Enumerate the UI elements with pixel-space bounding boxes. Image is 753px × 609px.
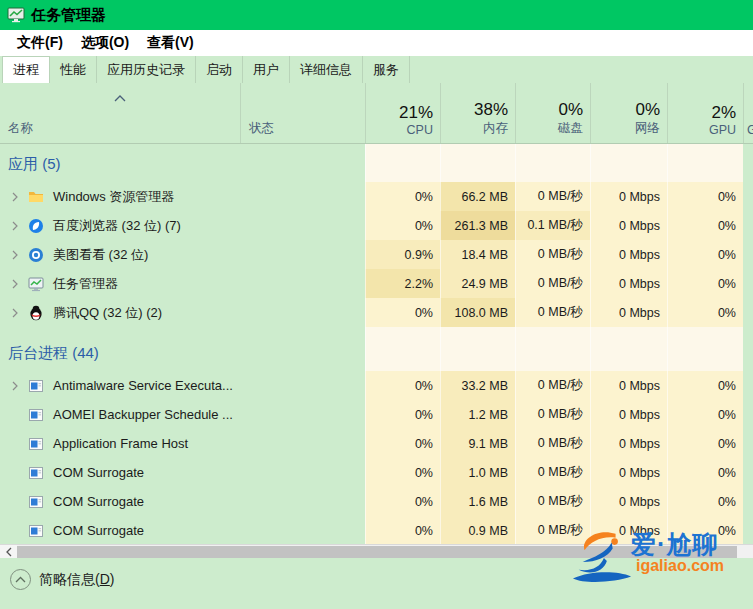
fewer-details-button[interactable]: 简略信息(D) [10, 569, 114, 590]
disk-total-percent: 0% [558, 99, 583, 120]
process-name: COM Surrogate [53, 523, 144, 538]
process-row[interactable]: 百度浏览器 (32 位) (7)0%261.3 MB0.1 MB/秒0 Mbps… [0, 211, 753, 240]
process-row[interactable]: 美图看看 (32 位)0.9%18.4 MB0 MB/秒0 Mbps0% [0, 240, 753, 269]
expand-chevron-icon[interactable] [8, 221, 22, 231]
fewer-details-label: 简略信息(D) [39, 571, 114, 589]
process-name-cell: Application Frame Host [0, 429, 240, 458]
gpu-cell: 0% [667, 400, 743, 429]
status-cell [240, 298, 365, 327]
process-name: Antimalware Service Executa... [53, 378, 233, 393]
expand-chevron-icon[interactable] [8, 192, 22, 202]
generic-icon [28, 523, 44, 539]
expand-chevron-icon[interactable] [8, 308, 22, 318]
menu-view[interactable]: 查看(V) [138, 34, 203, 52]
status-cell [240, 516, 365, 544]
column-header-cpu[interactable]: 21% CPU [365, 83, 440, 143]
column-header-disk[interactable]: 0% 磁盘 [515, 83, 590, 143]
taskmgr-icon [28, 276, 44, 292]
explorer-icon [28, 189, 44, 205]
process-name-cell: 腾讯QQ (32 位) (2) [0, 298, 240, 327]
process-row[interactable]: COM Surrogate0%1.6 MB0 MB/秒0 Mbps0% [0, 487, 753, 516]
process-name: 腾讯QQ (32 位) (2) [53, 304, 162, 322]
tab-details[interactable]: 详细信息 [290, 56, 363, 83]
process-row[interactable]: 腾讯QQ (32 位) (2)0%108.0 MB0 MB/秒0 Mbps0% [0, 298, 753, 327]
gpu-engine-cell [743, 327, 753, 371]
process-row[interactable]: Antimalware Service Executa...0%33.2 MB0… [0, 371, 753, 400]
network-cell: 0 Mbps [590, 371, 667, 400]
disk-cell: 0 MB/秒 [515, 429, 590, 458]
status-cell [240, 400, 365, 429]
column-header-name[interactable]: 名称 [0, 83, 240, 143]
process-name: COM Surrogate [53, 494, 144, 509]
column-header-gpu-engine[interactable]: G [743, 83, 753, 143]
gpu-cell: 0% [667, 182, 743, 211]
network-cell [590, 327, 667, 371]
status-cell [240, 211, 365, 240]
gpu-engine-cell [743, 371, 753, 400]
process-list: 应用 (5)Windows 资源管理器0%66.2 MB0 MB/秒0 Mbps… [0, 144, 753, 544]
titlebar: 任务管理器 [0, 0, 753, 30]
scrollbar-thumb[interactable] [17, 546, 737, 558]
column-header-status[interactable]: 状态 [240, 83, 365, 143]
process-row[interactable]: Application Frame Host0%9.1 MB0 MB/秒0 Mb… [0, 429, 753, 458]
network-cell: 0 Mbps [590, 458, 667, 487]
process-row[interactable]: COM Surrogate0%1.0 MB0 MB/秒0 Mbps0% [0, 458, 753, 487]
network-cell: 0 Mbps [590, 429, 667, 458]
expand-chevron-icon[interactable] [8, 250, 22, 260]
process-row[interactable]: AOMEI Backupper Schedule ...0%1.2 MB0 MB… [0, 400, 753, 429]
generic-icon [28, 407, 44, 423]
process-name: Application Frame Host [53, 436, 188, 451]
gpu-total-percent: 2% [711, 102, 736, 123]
network-cell: 0 Mbps [590, 240, 667, 269]
tab-startup[interactable]: 启动 [196, 56, 243, 83]
scroll-left-button[interactable] [0, 545, 17, 558]
gpu-engine-cell [743, 240, 753, 269]
process-name-cell: COM Surrogate [0, 487, 240, 516]
gpu-cell [667, 144, 743, 182]
gpu-engine-cell [743, 269, 753, 298]
tab-processes[interactable]: 进程 [2, 56, 50, 83]
cpu-cell: 0% [365, 516, 440, 544]
menu-options[interactable]: 选项(O) [72, 34, 138, 52]
process-row[interactable]: Windows 资源管理器0%66.2 MB0 MB/秒0 Mbps0% [0, 182, 753, 211]
expand-chevron-icon[interactable] [8, 381, 22, 391]
horizontal-scrollbar[interactable] [0, 544, 753, 558]
memory-cell: 0.9 MB [440, 516, 515, 544]
section-header-row[interactable]: 应用 (5) [0, 144, 753, 182]
section-header-row[interactable]: 后台进程 (44) [0, 327, 753, 371]
generic-icon [28, 494, 44, 510]
memory-cell: 1.6 MB [440, 487, 515, 516]
tab-users[interactable]: 用户 [243, 56, 290, 83]
process-row[interactable]: 任务管理器2.2%24.9 MB0 MB/秒0 Mbps0% [0, 269, 753, 298]
expand-chevron-icon[interactable] [8, 279, 22, 289]
section-header-name-cell: 后台进程 (44) [0, 327, 240, 371]
section-header-label: 后台进程 (44) [8, 344, 99, 371]
generic-icon [28, 465, 44, 481]
memory-cell [440, 144, 515, 182]
memory-cell: 1.0 MB [440, 458, 515, 487]
meitu-icon [28, 247, 44, 263]
tab-app-history[interactable]: 应用历史记录 [97, 56, 196, 83]
network-cell: 0 Mbps [590, 400, 667, 429]
column-header-network[interactable]: 0% 网络 [590, 83, 667, 143]
gpu-cell: 0% [667, 371, 743, 400]
statusbar: 简略信息(D) [0, 558, 753, 609]
process-name: AOMEI Backupper Schedule ... [53, 407, 233, 422]
network-cell: 0 Mbps [590, 487, 667, 516]
column-header-memory[interactable]: 38% 内存 [440, 83, 515, 143]
tab-performance[interactable]: 性能 [50, 56, 97, 83]
generic-icon [28, 436, 44, 452]
cpu-cell [365, 144, 440, 182]
column-header-gpu[interactable]: 2% GPU [667, 83, 743, 143]
gpu-cell: 0% [667, 487, 743, 516]
memory-cell [440, 327, 515, 371]
gpu-cell: 0% [667, 458, 743, 487]
status-cell [240, 240, 365, 269]
disk-cell: 0.1 MB/秒 [515, 211, 590, 240]
menu-file[interactable]: 文件(F) [8, 34, 72, 52]
process-name: 美图看看 (32 位) [53, 246, 148, 264]
tab-services[interactable]: 服务 [363, 56, 410, 83]
memory-cell: 9.1 MB [440, 429, 515, 458]
process-row[interactable]: COM Surrogate0%0.9 MB0 MB/秒0 Mbps0% [0, 516, 753, 544]
menubar: 文件(F) 选项(O) 查看(V) [0, 30, 753, 56]
